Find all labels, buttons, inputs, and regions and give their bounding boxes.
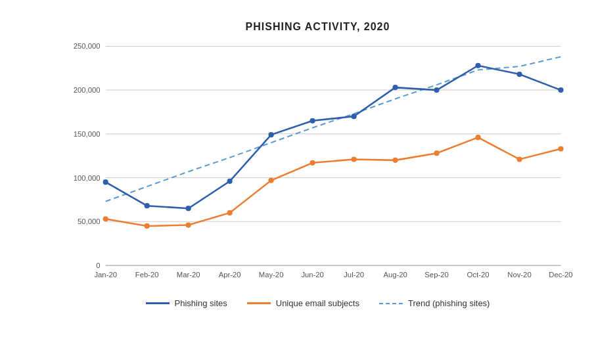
svg-point-28 <box>268 177 273 183</box>
svg-point-31 <box>392 158 398 163</box>
svg-point-47 <box>558 87 563 93</box>
svg-text:Apr-20: Apr-20 <box>218 271 241 279</box>
svg-text:50,000: 50,000 <box>78 217 100 225</box>
legend-label-trend: Trend (phishing sites) <box>408 298 490 308</box>
chart-title: PHISHING ACTIVITY, 2020 <box>62 21 574 33</box>
svg-point-44 <box>434 87 439 93</box>
svg-text:0: 0 <box>96 262 100 269</box>
svg-text:May-20: May-20 <box>258 271 283 279</box>
svg-point-27 <box>227 210 232 216</box>
svg-point-46 <box>516 72 522 77</box>
svg-text:Feb-20: Feb-20 <box>135 271 158 279</box>
svg-text:Jun-20: Jun-20 <box>301 271 323 279</box>
svg-text:100,000: 100,000 <box>73 174 100 182</box>
svg-point-24 <box>103 216 108 221</box>
legend-item-unique-email: Unique email subjects <box>247 298 359 308</box>
svg-text:Mar-20: Mar-20 <box>176 271 200 279</box>
svg-point-42 <box>351 114 356 119</box>
svg-point-33 <box>475 135 480 140</box>
legend-line-trend <box>379 303 403 304</box>
svg-point-29 <box>309 160 315 166</box>
chart-area: 050,000100,000150,000200,000250,000Jan-2… <box>62 39 574 289</box>
svg-point-39 <box>227 179 232 184</box>
chart-legend: Phishing sites Unique email subjects Tre… <box>62 298 574 308</box>
svg-point-26 <box>185 222 191 227</box>
svg-point-32 <box>434 150 439 156</box>
svg-point-38 <box>185 206 191 211</box>
svg-point-37 <box>144 203 149 208</box>
svg-point-30 <box>351 156 356 162</box>
svg-point-36 <box>103 179 108 185</box>
svg-text:Jul-20: Jul-20 <box>344 271 364 279</box>
svg-text:Oct-20: Oct-20 <box>467 271 489 279</box>
chart-svg: 050,000100,000150,000200,000250,000Jan-2… <box>62 39 574 289</box>
svg-point-43 <box>392 85 398 90</box>
svg-point-34 <box>516 156 522 162</box>
svg-text:Aug-20: Aug-20 <box>383 271 407 279</box>
svg-point-35 <box>558 146 563 151</box>
svg-text:150,000: 150,000 <box>73 130 100 138</box>
legend-line-phishing-sites <box>146 302 170 304</box>
svg-point-41 <box>309 118 315 124</box>
legend-label-unique-email: Unique email subjects <box>276 298 359 308</box>
svg-point-25 <box>144 223 149 229</box>
chart-container: PHISHING ACTIVITY, 2020 050,000100,00015… <box>9 8 587 356</box>
svg-text:250,000: 250,000 <box>73 43 100 51</box>
svg-text:Sep-20: Sep-20 <box>424 271 448 279</box>
svg-text:Dec-20: Dec-20 <box>549 271 572 279</box>
svg-point-40 <box>268 132 273 137</box>
legend-item-phishing-sites: Phishing sites <box>146 298 227 308</box>
svg-text:Nov-20: Nov-20 <box>507 271 531 279</box>
legend-label-phishing-sites: Phishing sites <box>175 298 227 308</box>
legend-item-trend: Trend (phishing sites) <box>379 298 490 308</box>
legend-line-unique-email <box>247 302 271 304</box>
svg-text:Jan-20: Jan-20 <box>94 271 116 279</box>
svg-point-45 <box>475 63 480 68</box>
svg-text:200,000: 200,000 <box>73 86 100 94</box>
